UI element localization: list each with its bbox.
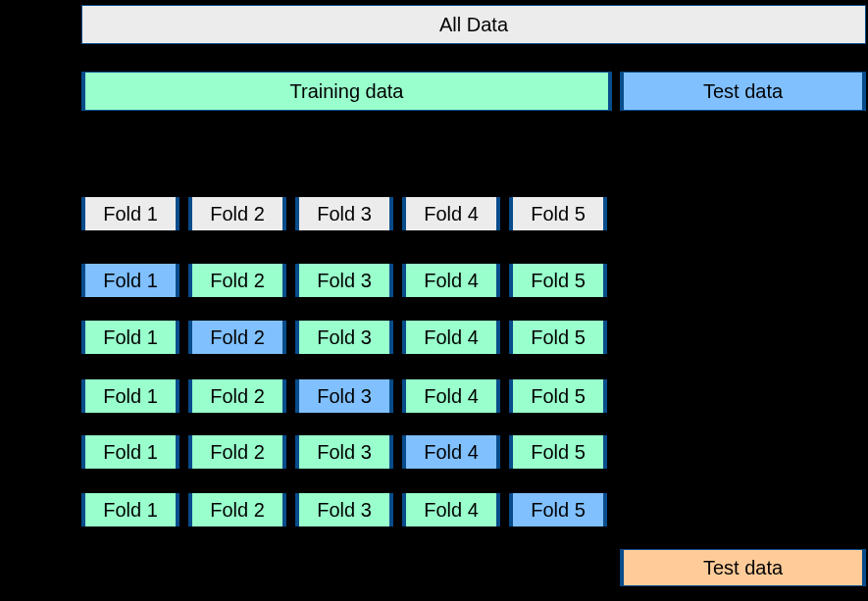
fold-4-train: Fold 1	[81, 435, 179, 469]
fold-1-train: Fold 4	[402, 264, 500, 297]
fold-4-val: Fold 4	[402, 435, 500, 469]
fold-2-train: Fold 5	[509, 321, 607, 354]
fold-5-train: Fold 4	[402, 493, 500, 526]
fold-row-5: Fold 1 Fold 2 Fold 3 Fold 4 Fold 5	[81, 493, 607, 526]
fold-header-4: Fold 4	[402, 197, 500, 230]
fold-row-2: Fold 1 Fold 2 Fold 3 Fold 4 Fold 5	[81, 321, 607, 354]
fold-1-train: Fold 2	[188, 264, 286, 297]
fold-4-train: Fold 5	[509, 435, 607, 469]
training-data-box: Training data	[81, 72, 612, 111]
all-data-box: All Data	[81, 5, 866, 44]
fold-5-train: Fold 3	[295, 493, 393, 526]
fold-2-train: Fold 3	[295, 321, 393, 354]
fold-header-3: Fold 3	[295, 197, 393, 230]
fold-row-1: Fold 1 Fold 2 Fold 3 Fold 4 Fold 5	[81, 264, 607, 297]
fold-5-train: Fold 2	[188, 493, 286, 526]
fold-3-train: Fold 4	[402, 379, 500, 413]
fold-2-train: Fold 4	[402, 321, 500, 354]
fold-4-train: Fold 3	[295, 435, 393, 469]
fold-3-train: Fold 1	[81, 379, 179, 413]
fold-header-5: Fold 5	[509, 197, 607, 230]
fold-header-1: Fold 1	[81, 197, 179, 230]
fold-5-val: Fold 5	[509, 493, 607, 526]
fold-row-3: Fold 1 Fold 2 Fold 3 Fold 4 Fold 5	[81, 379, 607, 413]
fold-1-train: Fold 5	[509, 264, 607, 297]
fold-1-train: Fold 3	[295, 264, 393, 297]
fold-header-row: Fold 1 Fold 2 Fold 3 Fold 4 Fold 5	[81, 197, 607, 230]
fold-3-train: Fold 5	[509, 379, 607, 413]
fold-3-train: Fold 2	[188, 379, 286, 413]
final-test-data-box: Test data	[620, 549, 866, 586]
fold-header-2: Fold 2	[188, 197, 286, 230]
fold-4-train: Fold 2	[188, 435, 286, 469]
test-data-box: Test data	[620, 72, 866, 111]
fold-5-train: Fold 1	[81, 493, 179, 526]
fold-2-train: Fold 1	[81, 321, 179, 354]
fold-3-val: Fold 3	[295, 379, 393, 413]
fold-row-4: Fold 1 Fold 2 Fold 3 Fold 4 Fold 5	[81, 435, 607, 469]
fold-2-val: Fold 2	[188, 321, 286, 354]
fold-1-val: Fold 1	[81, 264, 179, 297]
